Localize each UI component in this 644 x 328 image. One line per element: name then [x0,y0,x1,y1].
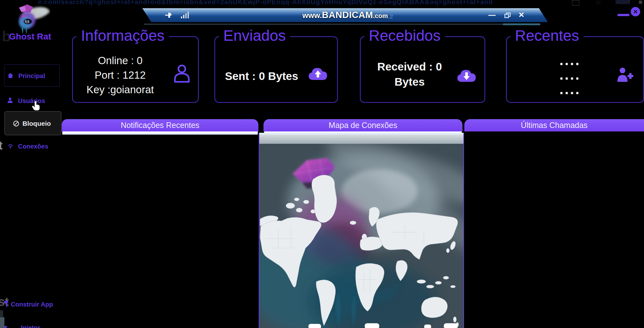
background-artifact-line [503,23,540,25]
recent-row: .... [542,82,598,96]
sidebar-item-label: Construir App [11,301,53,308]
injector-icon [3,325,8,328]
key-value: Key :goianorat [79,82,161,97]
background-window-fragment [0,310,3,317]
section-title: Últimas Chamadas [521,121,587,130]
sidebar-item-label: Bloqueio [22,120,51,127]
sidebar-item-label: Injetor [21,324,40,328]
cloud-download-icon [456,68,477,82]
map-toolbar[interactable] [259,135,463,144]
browser-avatar-fragment [616,0,630,4]
background-artifact-line [144,24,540,25]
world-map [259,144,463,328]
sidebar-item-bloqueio[interactable]: Bloqueio [4,111,61,135]
info-lines: Online : 0 Port : 1212 Key :goianorat [79,53,161,97]
connections-icon [7,143,14,149]
bandicam-watermark-bar: 44.205.45.2 www.BANDICAM.com — ✕ [142,8,548,22]
person-outline-icon [173,64,191,83]
app-brand: Ghost Rat [2,32,59,42]
recent-rows: .... .... .... [542,53,598,96]
recent-row: .... [542,53,598,67]
bookmark-star-icon: ☆ [595,0,602,6]
panel-recebidos: Recebidos Received : 0 Bytes [360,36,485,103]
minimize-icon[interactable]: — [488,10,496,19]
person-plus-icon [616,67,634,82]
sent-value: Sent : 0 Bytes [220,70,304,82]
sidebar-item-principal[interactable]: Principal [4,64,60,87]
browser-address-text: e.com/search?q=ghost+rat+android&tbm=isb… [38,0,639,6]
block-icon [13,120,19,127]
close-icon[interactable]: ✕ [518,10,524,19]
sidebar-item-construir-app[interactable]: Construir App [1,299,61,310]
received-value: Received : 0 Bytes [373,59,446,89]
cloud-upload-icon [307,66,328,81]
panel-title: Recentes [511,26,584,46]
users-icon [7,97,13,103]
section-title: Mapa de Conexões [329,121,397,130]
app-close-button[interactable]: ✕ [631,7,640,16]
bandicam-tld: .com [373,12,388,19]
section-underline [62,131,258,135]
panel-title: Recebidos [364,26,445,46]
sidebar-item-label: Principal [18,72,45,80]
panel-title: Informações [77,26,169,46]
sidebar-item-injetor[interactable]: Injetor [1,323,61,328]
section-header-mapa: Mapa de Conexões [263,119,462,131]
panel-enviados: Enviados Sent : 0 Bytes [214,36,338,103]
browser-menu-icon [639,1,642,4]
panel-recentes: Recentes .... .... .... [506,36,644,103]
bandicam-title: www.BANDICAM.com [142,10,548,20]
bandicam-www: www. [302,11,322,20]
ghost-rat-dashboard: e.com/search?q=ghost+rat+android&tbm=isb… [0,0,644,328]
home-icon [8,73,13,78]
panel-informacoes: Informações Online : 0 Port : 1212 Key :… [72,36,199,103]
bandicam-brand: BANDICAM [322,10,373,20]
mouse-cursor-icon [32,100,41,112]
recent-row: .... [542,67,598,82]
panel-title: Enviados [219,26,290,46]
app-minimize-button[interactable] [617,14,629,16]
online-count: Online : 0 [79,53,161,68]
port-value: Port : 1212 [79,68,161,82]
browser-tab-icon [572,0,579,6]
restore-icon[interactable] [505,13,510,17]
hammer-icon [3,300,9,307]
section-header-notificacoes: Notificações Recentes [62,119,258,131]
connection-map-panel [259,133,464,328]
section-header-ultimas-chamadas: Últimas Chamadas [464,119,644,131]
browser-page-letter: t [0,139,3,152]
sidebar-item-conexoes[interactable]: Conexões [4,140,59,153]
sidebar-item-label: Conexões [18,143,48,150]
section-title: Notificações Recentes [121,121,200,130]
